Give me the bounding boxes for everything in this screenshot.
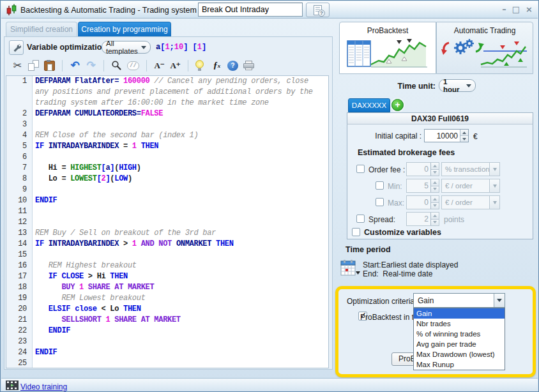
editor-toolbar: ✂ ↶ ↷ // A⁻ A⁺ ƒx ?: [7, 57, 330, 74]
paste-icon[interactable]: [44, 61, 55, 71]
code-line-text: DEFPARAM CUMULATEORDERS=FALSE: [33, 109, 163, 119]
fee-unit-value: € / order: [445, 199, 473, 206]
line-number: 6: [6, 152, 33, 163]
tab-creation-by-programming[interactable]: Creation by programming: [78, 22, 171, 36]
code-row[interactable]: 7 Hi = HIGHEST[a](HIGH): [6, 163, 328, 174]
chevron-down-icon[interactable]: [494, 294, 505, 307]
code-row[interactable]: 16 REM Highest breakout: [6, 260, 328, 271]
undo-icon[interactable]: ↶: [70, 59, 80, 72]
code-row[interactable]: 2DEFPARAM CUMULATEORDERS=FALSE: [6, 109, 328, 119]
optimization-option[interactable]: Avg gain per trade: [414, 339, 505, 349]
fee-value-input[interactable]: 0: [406, 195, 439, 209]
code-row[interactable]: 3: [6, 119, 328, 130]
automatic-trading-mode-button[interactable]: Automatic Trading: [436, 22, 533, 74]
instrument-tab[interactable]: DAXXXXX: [348, 98, 390, 112]
insert-function-icon[interactable]: ƒx: [211, 59, 222, 72]
help-button[interactable]: ?: [306, 3, 330, 17]
code-line-text: ENDIF: [33, 326, 70, 336]
optimization-option[interactable]: Max Runup: [414, 359, 505, 370]
optimization-option[interactable]: Gain: [414, 308, 505, 319]
code-row[interactable]: 9: [6, 185, 328, 195]
time-unit-dropdown[interactable]: 1 hour: [439, 79, 476, 92]
optimization-criteria-label: Optimization criteria :: [347, 297, 419, 306]
spinner-control[interactable]: [430, 163, 439, 176]
optimization-option[interactable]: Nbr trades: [414, 319, 505, 329]
comment-icon[interactable]: //: [127, 61, 139, 70]
code-row[interactable]: 23: [6, 336, 328, 347]
spinner-control[interactable]: [430, 196, 439, 209]
video-training-link[interactable]: Video training: [20, 382, 67, 391]
fee-value-input[interactable]: 5: [406, 179, 439, 193]
print-icon[interactable]: [243, 61, 255, 70]
code-row[interactable]: 5IF INTRADAYBARINDEX = 1 THEN: [6, 141, 328, 152]
code-row[interactable]: 20 ELSIF close < Lo THEN: [6, 304, 328, 315]
calendar-icon[interactable]: [340, 259, 361, 276]
line-number: 16: [6, 260, 33, 271]
templates-dropdown[interactable]: All templates: [102, 41, 151, 54]
time-period-end: End: Real-time date: [363, 269, 432, 278]
lightbulb-icon[interactable]: [195, 60, 206, 71]
fee-unit-dropdown[interactable]: % transaction: [441, 162, 500, 176]
decrease-font-icon[interactable]: A⁻: [154, 59, 165, 72]
chevron-down-icon: [489, 196, 499, 209]
code-row[interactable]: any positions and prevent placement of a…: [6, 87, 328, 98]
code-row[interactable]: 13REM Buy / Sell on breakout of the 3rd …: [6, 228, 328, 239]
spinner-control[interactable]: [460, 130, 468, 142]
system-name-input[interactable]: [198, 3, 303, 17]
fee-checkbox[interactable]: [356, 165, 365, 173]
code-row[interactable]: 6: [6, 152, 328, 163]
close-button[interactable]: ×: [526, 5, 533, 14]
redo-icon[interactable]: ↷: [86, 59, 96, 72]
search-icon[interactable]: [111, 59, 122, 72]
fee-value: 0: [424, 198, 429, 207]
fee-value-input[interactable]: 0: [406, 162, 439, 176]
copy-icon[interactable]: [28, 60, 39, 71]
line-number: 20: [6, 304, 33, 315]
initial-capital-value: 10000: [437, 132, 458, 140]
optimization-option[interactable]: % of winning trades: [414, 329, 505, 339]
code-row[interactable]: 10ENDIF: [6, 195, 328, 206]
code-editor[interactable]: 1DEFPARAM FlatAfter= 160000 // Cancel an…: [6, 75, 329, 368]
code-row[interactable]: 15: [6, 250, 328, 260]
fee-unit-dropdown[interactable]: € / order: [441, 179, 500, 193]
cut-icon[interactable]: ✂: [12, 59, 23, 72]
probacktest-mode-button[interactable]: ProBacktest: [339, 22, 436, 74]
code-row[interactable]: 21 SELLSHORT 1 SHARE AT MARKET: [6, 315, 328, 326]
code-row[interactable]: 4REM Close of the second bar (index 1): [6, 130, 328, 141]
code-row[interactable]: 14IF INTRADAYBARINDEX > 1 AND NOT ONMARK…: [6, 239, 328, 250]
code-row[interactable]: 8 Lo = LOWEST[2](LOW): [6, 174, 328, 185]
fee-value-input[interactable]: 2: [406, 212, 439, 226]
fee-checkbox[interactable]: [376, 181, 384, 190]
fee-checkbox[interactable]: [356, 215, 365, 223]
increase-font-icon[interactable]: A⁺: [170, 59, 181, 72]
fee-checkbox[interactable]: [376, 198, 384, 206]
optimization-criteria-dropdown[interactable]: Gain: [413, 293, 505, 308]
fee-unit-value: € / order: [445, 182, 473, 190]
tab-simplified-creation[interactable]: Simplified creation: [6, 22, 77, 36]
initial-capital-input[interactable]: 10000: [424, 129, 469, 142]
fee-row: Max:0€ / order: [347, 195, 533, 211]
fee-unit-dropdown[interactable]: € / order: [441, 195, 500, 209]
add-instrument-button[interactable]: +: [391, 99, 404, 111]
fee-label: Order fee :: [368, 165, 405, 174]
code-row[interactable]: 18 BUY 1 SHARE AT MARKET: [6, 282, 328, 293]
code-row[interactable]: trading system after 16:00:00 in the mar…: [6, 98, 328, 109]
minimize-button[interactable]: –: [502, 5, 506, 14]
maximize-button[interactable]: □: [512, 5, 520, 14]
code-row[interactable]: 1DEFPARAM FlatAfter= 160000 // Cancel an…: [6, 76, 328, 87]
code-row[interactable]: 24ENDIF: [6, 347, 328, 358]
help-icon[interactable]: ?: [227, 61, 238, 71]
code-row[interactable]: 19 REM Lowest breakout: [6, 293, 328, 304]
code-line-text: REM Highest breakout: [33, 260, 137, 271]
code-row[interactable]: 17 IF CLOSE > Hi THEN: [6, 271, 328, 282]
spinner-control[interactable]: [430, 213, 439, 225]
spinner-control[interactable]: [430, 179, 439, 192]
code-row[interactable]: 11: [6, 206, 328, 217]
code-row[interactable]: 12: [6, 217, 328, 228]
optimization-option[interactable]: Max Drawdown (lowest): [414, 349, 505, 359]
code-row[interactable]: 22 ENDIF: [6, 326, 328, 336]
customize-variables-checkbox[interactable]: [352, 228, 360, 236]
code-line-text: [33, 152, 35, 163]
variable-optimization-button[interactable]: [9, 40, 24, 55]
code-row[interactable]: 25: [6, 358, 328, 368]
